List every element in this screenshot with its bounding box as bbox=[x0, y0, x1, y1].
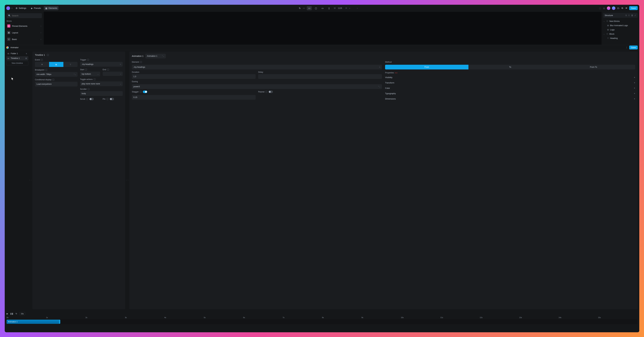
trash-icon[interactable]: 🗑 bbox=[25, 57, 27, 59]
pseudo-button[interactable]: ◈ Pseudo bbox=[29, 6, 42, 10]
info-icon[interactable]: i bbox=[107, 69, 109, 71]
folder-icon[interactable]: 🗀 bbox=[617, 7, 620, 10]
timeline-ruler[interactable]: 0s 1s 2s 3s 4s 5s 6s 7s 8s 9s 10s 11s 12… bbox=[6, 316, 638, 319]
info-icon[interactable]: i bbox=[94, 78, 96, 80]
height-value[interactable]: – bbox=[349, 7, 354, 9]
tree-node-block[interactable]: ⌄ ☐ Block bbox=[603, 32, 638, 36]
info-icon[interactable]: i bbox=[45, 69, 47, 71]
refresh-icon[interactable]: ↻ bbox=[298, 7, 301, 10]
plus-icon[interactable]: + bbox=[634, 92, 635, 95]
device-desktop-button[interactable]: ▭ bbox=[307, 6, 312, 10]
info-icon[interactable]: i bbox=[88, 88, 90, 90]
tree-node-next-bricks[interactable]: ⌄ ☐ Next Bricks bbox=[603, 19, 638, 23]
duration-input[interactable] bbox=[132, 74, 256, 79]
conditional-select[interactable]: Load everywhere bbox=[35, 82, 78, 87]
search-input[interactable] bbox=[12, 15, 40, 17]
plus-icon[interactable]: + bbox=[634, 87, 635, 89]
toggle-actions-select[interactable]: play none none none⌄ bbox=[80, 81, 123, 86]
user-avatar-1[interactable] bbox=[607, 7, 610, 10]
method-segmented[interactable]: From To From To bbox=[385, 65, 635, 70]
property-typography[interactable]: Typography+ bbox=[385, 92, 635, 95]
info-icon[interactable]: i bbox=[106, 98, 108, 100]
animator-save-button[interactable]: Save bbox=[629, 46, 638, 50]
info-icon[interactable]: i bbox=[140, 91, 142, 93]
search-box[interactable]: 🔍 bbox=[6, 13, 42, 18]
tree-node-heading[interactable]: T Heading bbox=[603, 36, 638, 40]
clip-handle[interactable] bbox=[59, 320, 60, 323]
folder-item[interactable]: 🗀 Folder 1 ⇅ bbox=[6, 52, 28, 56]
scroller-input[interactable]: body bbox=[80, 91, 123, 96]
property-color[interactable]: Color+ bbox=[385, 86, 635, 90]
info-icon[interactable]: i bbox=[140, 61, 142, 63]
device-laptop-button[interactable]: ▢ bbox=[313, 6, 318, 10]
external-link-icon[interactable]: ⧉ bbox=[621, 7, 624, 10]
more-icon[interactable]: ⋮ bbox=[626, 46, 628, 49]
event-option-3[interactable]: ☟ bbox=[64, 62, 78, 67]
timeline-track[interactable]: Animation 1 bbox=[6, 319, 638, 324]
tree-node-logo[interactable]: ▨ Logo bbox=[603, 28, 638, 32]
copy-icon[interactable]: ⎘ bbox=[626, 14, 627, 17]
delay-input[interactable] bbox=[258, 74, 382, 79]
method-to[interactable]: To bbox=[468, 65, 552, 70]
elements-button[interactable]: ▦ Elements bbox=[44, 6, 58, 10]
category-basic[interactable]: ≡ Basic › bbox=[6, 36, 42, 42]
user-avatar-2[interactable] bbox=[612, 7, 615, 10]
expand-icon[interactable]: ⤢ bbox=[634, 14, 636, 17]
start-select[interactable]: top bottom⌄ bbox=[80, 72, 100, 76]
category-pinned-elements[interactable]: ★ Pinned Elements › bbox=[6, 23, 42, 29]
event-segmented[interactable]: ≡ ≣ ☟ bbox=[35, 62, 78, 67]
device-tablet-button[interactable]: ▯ bbox=[326, 6, 332, 10]
timeline-duration[interactable]: 15s bbox=[19, 312, 25, 315]
width-value[interactable]: 1126 bbox=[338, 7, 344, 9]
pause-button[interactable]: ❚❚ bbox=[10, 312, 13, 315]
stagger-input[interactable] bbox=[132, 95, 256, 100]
easing-select[interactable]: power3⌃⌄ bbox=[132, 84, 382, 89]
restart-button[interactable]: ↻ bbox=[16, 312, 17, 315]
info-icon[interactable]: i bbox=[85, 69, 87, 71]
animation-select[interactable]: Animation 1⌃⌄ bbox=[145, 54, 166, 59]
download-icon[interactable]: ⇩ bbox=[628, 14, 630, 17]
picker-icon[interactable]: ↖ bbox=[120, 64, 121, 65]
drag-handle-icon[interactable]: ⋮⋮ bbox=[30, 52, 31, 309]
new-timeline-button[interactable]: New timeline bbox=[6, 61, 28, 65]
property-transform[interactable]: Transform+ bbox=[385, 81, 635, 85]
pin-toggle[interactable] bbox=[110, 98, 114, 100]
info-icon[interactable]: i bbox=[86, 98, 88, 100]
event-option-1[interactable]: ≡ bbox=[35, 62, 49, 67]
link-icon[interactable]: ⋯ bbox=[303, 7, 305, 10]
plus-icon[interactable]: + bbox=[634, 98, 635, 100]
picker-icon[interactable]: ↖ bbox=[379, 66, 380, 68]
property-dimensions[interactable]: Dimensions+ bbox=[385, 97, 635, 101]
timeline-clip[interactable]: Animation 1 bbox=[6, 320, 60, 324]
stagger-toggle[interactable] bbox=[143, 91, 147, 93]
app-logo[interactable] bbox=[6, 6, 10, 10]
timeline-item[interactable]: ▭ Timeline 1 🗑 bbox=[6, 56, 28, 60]
drag-handle-icon[interactable]: ⋮⋮ bbox=[127, 52, 128, 309]
preview-icon[interactable]: ◎ bbox=[603, 7, 605, 10]
info-icon[interactable]: i bbox=[47, 54, 49, 56]
plus-icon[interactable]: + bbox=[634, 81, 635, 84]
help-icon[interactable]: ◌ bbox=[599, 7, 601, 10]
device-tablet-landscape-button[interactable]: ▭ bbox=[320, 6, 325, 10]
plus-icon[interactable]: + bbox=[634, 76, 635, 79]
info-icon[interactable]: i bbox=[52, 79, 54, 81]
event-option-2[interactable]: ≣ bbox=[49, 62, 63, 67]
save-button[interactable]: Save bbox=[629, 6, 638, 10]
tree-node-blur-logo[interactable]: ▨ Blur Animated Logo bbox=[603, 23, 638, 28]
breakpoint-select[interactable]: min-width: 768px⌃⌄ bbox=[35, 72, 78, 77]
trigger-input[interactable]: .my-headings↖ bbox=[80, 62, 123, 67]
info-icon[interactable]: i bbox=[87, 59, 89, 61]
scrub-toggle[interactable] bbox=[89, 98, 94, 100]
canvas[interactable] bbox=[44, 12, 602, 45]
info-icon[interactable]: i bbox=[265, 91, 267, 93]
trash-icon[interactable]: 🗑 bbox=[631, 14, 633, 17]
method-fromto[interactable]: From To bbox=[552, 65, 635, 70]
method-from[interactable]: From bbox=[385, 65, 468, 70]
play-button[interactable]: ▶ bbox=[6, 312, 8, 315]
element-input[interactable]: .my-headings↖ bbox=[132, 65, 382, 70]
sort-icon[interactable]: ⇅ bbox=[26, 53, 27, 55]
info-icon[interactable]: i bbox=[41, 59, 43, 61]
settings-button[interactable]: ⚙ Settings bbox=[14, 6, 28, 10]
app-menu-caret[interactable]: ▾ bbox=[12, 8, 12, 9]
end-select[interactable]: ⌄ bbox=[103, 72, 123, 76]
